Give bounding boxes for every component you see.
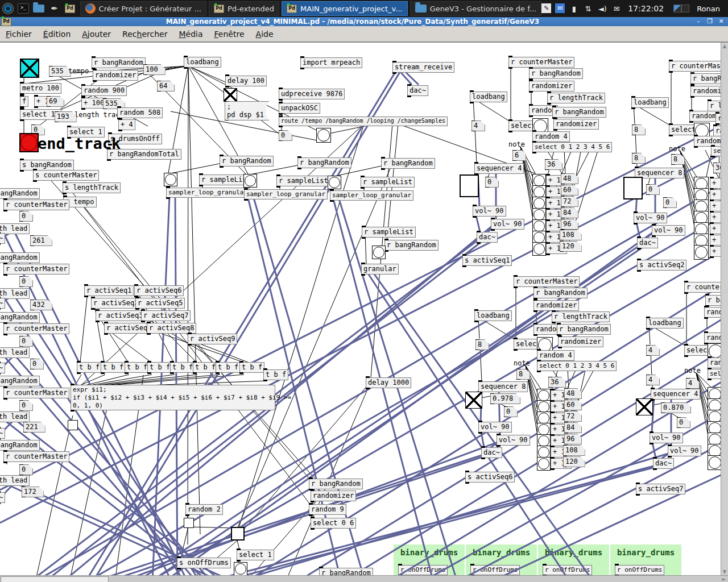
pd-object[interactable]: synth lead [0, 475, 30, 486]
pd-object[interactable]: r counterMaster [514, 276, 580, 287]
menu-fichier[interactable]: Fichier [0, 28, 38, 40]
pd-object[interactable]: vol~ 90 [478, 422, 512, 433]
pd-object[interactable]: r counterMaster [669, 61, 721, 72]
pd-object[interactable]: r bangRandom [319, 568, 373, 575]
pd-object[interactable]: r counterMaster [3, 199, 69, 210]
pd-object[interactable]: s activSeq7 [636, 484, 685, 494]
pd-object[interactable]: r bangRandom [533, 288, 588, 298]
bang-button[interactable] [328, 176, 341, 189]
taskbar-window-pd[interactable]: PdMAIN_generativ_project_v... [282, 1, 408, 16]
pd-message[interactable]: ; pd dsp $1 [225, 101, 269, 120]
pd-object[interactable]: + 100 [81, 98, 106, 109]
pd-object[interactable]: ~ [0, 363, 5, 373]
toggle-checkbox[interactable] [20, 59, 39, 78]
pd-number-box[interactable]: 432 [30, 300, 52, 310]
pd-gui-box[interactable] [460, 174, 479, 197]
pd-object[interactable]: + 4 [118, 119, 135, 130]
pd-object[interactable]: randomizer [533, 300, 579, 311]
pd-gui-box[interactable] [68, 420, 78, 430]
pd-object[interactable]: r bangRandom [0, 312, 40, 323]
vertical-scrollbar[interactable]: ▲ ▼ [721, 43, 728, 575]
pd-object[interactable]: r bangRandom [552, 107, 606, 118]
pd-object[interactable]: r bangRandom [309, 479, 363, 489]
pd-object[interactable]: unpackOSC [279, 103, 320, 114]
pd-object[interactable]: s activSeq1 [462, 255, 512, 266]
taskbar-window-folder[interactable]: GeneV3 - Gestionnaire de f... [410, 1, 542, 16]
pd-object[interactable]: ~ [0, 298, 5, 309]
pd-number-box[interactable]: 172 [22, 487, 44, 497]
pd-object[interactable]: r bangRandomTotal [107, 149, 181, 160]
pd-object[interactable]: loadbang [631, 97, 669, 108]
pd-object[interactable]: t b f [239, 362, 264, 373]
pd-object[interactable]: route /tempo /bangRandom /looping /chang… [279, 117, 448, 126]
pd-object[interactable]: loadbang [474, 310, 512, 321]
pd-object[interactable]: r bangRandom [690, 73, 721, 84]
pd-object[interactable]: vol~ 90 [652, 225, 685, 236]
toggle-checkbox[interactable] [636, 398, 653, 415]
pd-number-box[interactable]: 193 [55, 111, 77, 122]
terminal-icon[interactable]: >_ [16, 1, 30, 16]
pd-object[interactable]: r bangRandom [92, 57, 146, 68]
pd-object[interactable]: vol~ 90 [668, 446, 701, 456]
pd-object[interactable]: dac~ [481, 447, 502, 458]
pd-number-box[interactable]: 261 [30, 235, 52, 246]
bang-button[interactable] [708, 455, 721, 470]
pd-gui-box[interactable] [623, 177, 643, 199]
pd-object[interactable]: random 4 [532, 131, 570, 142]
pd-object[interactable]: r sampleList [276, 176, 330, 186]
pd-object[interactable]: expr $i1; if ($i1 + $i2 + $i3 + $i4 + $i… [71, 385, 275, 410]
pd-object[interactable]: r bangRandom [220, 156, 274, 167]
pd-gui-box[interactable] [184, 518, 194, 528]
pd-object[interactable]: random 4 [694, 136, 721, 147]
pd-object[interactable]: r bangRandom [0, 440, 40, 451]
menu-ajouter[interactable]: Ajouter [76, 28, 117, 40]
pd-object[interactable]: udpreceive 9876 [279, 89, 345, 99]
pd-object[interactable]: r bangRandom [529, 68, 583, 79]
pd-number-box[interactable]: 535 [49, 66, 71, 77]
pd-object[interactable]: r lengthTrack [552, 311, 610, 322]
pd-object[interactable]: sequencer 4 [651, 389, 700, 400]
pd-object[interactable]: s onOffDrums [177, 558, 231, 568]
pd-object[interactable]: r counterMaster [508, 57, 574, 68]
pd-object[interactable]: vol~ 90 [473, 206, 506, 217]
pd-object[interactable]: t b f [216, 362, 241, 373]
bang-button[interactable] [372, 246, 386, 259]
menu-media[interactable]: Média [173, 28, 208, 40]
menu-rechercher[interactable]: Rechercher [117, 28, 173, 40]
pd-object[interactable]: select 0 6 [311, 518, 356, 529]
pd-object[interactable]: loadbang [184, 57, 221, 68]
pd-object[interactable]: r counterMaster [684, 282, 721, 293]
pd-object[interactable]: r bangRandom [0, 188, 40, 199]
pd-object[interactable]: sequencer 4 [474, 163, 524, 174]
pd-object[interactable]: r bangRandom [384, 240, 439, 251]
pd-object[interactable]: t b f [101, 362, 126, 373]
horizontal-scrollbar[interactable]: ► [0, 575, 728, 582]
pd-object[interactable]: r bangRandom [705, 295, 721, 306]
pd-object[interactable]: synth lead [0, 411, 30, 422]
pd-object[interactable]: sampler_loop_granular [330, 190, 413, 201]
pd-object[interactable]: s lengthTrack [63, 182, 121, 193]
envelope-icon[interactable]: ✉ [611, 3, 622, 14]
pd-object[interactable]: r sampleList [361, 177, 415, 188]
whisker-menu-icon[interactable] [1, 1, 15, 16]
pd-object[interactable]: dac~ [477, 232, 498, 243]
pd-object[interactable]: random 900 [81, 85, 127, 96]
pd-object[interactable]: t b f [125, 362, 150, 373]
pd-object[interactable]: s activSeq2 [637, 260, 686, 271]
pd-object[interactable]: select 0 1 2 3 4 5 6 [532, 142, 612, 152]
pd-object[interactable]: + 12 [710, 201, 721, 211]
pd-object[interactable]: delay 100 [225, 76, 267, 86]
pd-object[interactable]: r activSeq5 [135, 298, 185, 309]
pd-object[interactable]: r lengthTrack [547, 93, 605, 103]
pd-object[interactable]: randomizer [713, 126, 721, 136]
pd-object[interactable]: randomizer [704, 307, 721, 318]
pd-object[interactable]: + 12 [710, 246, 721, 257]
bang-button[interactable] [234, 562, 247, 575]
bang-button[interactable] [694, 245, 709, 260]
scroll-right-icon[interactable]: ► [721, 576, 727, 582]
pd-object[interactable]: loadbang [646, 318, 684, 329]
battery-icon[interactable]: ▮ [569, 3, 579, 14]
pd-number-box[interactable]: 221 [23, 422, 46, 433]
pd-object[interactable]: r activSeq9 [188, 334, 237, 344]
pd-object[interactable]: randomizer [311, 490, 356, 501]
